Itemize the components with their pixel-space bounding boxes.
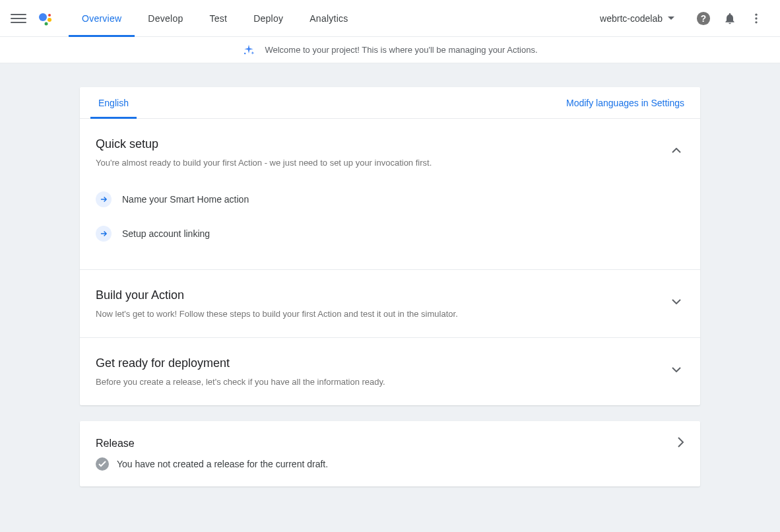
- section-title: Quick setup: [96, 137, 668, 151]
- section-title: Build your Action: [96, 288, 668, 302]
- banner-text: Welcome to your project! This is where y…: [265, 45, 537, 55]
- dropdown-icon: [668, 17, 674, 20]
- tab-overview[interactable]: Overview: [69, 0, 135, 37]
- welcome-banner: Welcome to your project! This is where y…: [0, 37, 780, 63]
- tab-develop[interactable]: Develop: [135, 0, 196, 37]
- tab-deploy[interactable]: Deploy: [240, 0, 296, 37]
- svg-point-0: [39, 13, 47, 21]
- release-card[interactable]: Release You have not created a release f…: [80, 421, 700, 486]
- tab-analytics[interactable]: Analytics: [296, 0, 361, 37]
- check-circle-icon: [96, 457, 109, 471]
- nav-tabs: Overview Develop Test Deploy Analytics: [69, 0, 362, 37]
- chevron-down-icon[interactable]: [668, 294, 684, 310]
- section-subtitle: Now let's get to work! Follow these step…: [96, 309, 668, 319]
- step-label: Setup account linking: [122, 228, 210, 239]
- release-message: You have not created a release for the c…: [117, 459, 328, 469]
- svg-point-1: [48, 14, 51, 17]
- section-subtitle: You're almost ready to build your first …: [96, 158, 668, 168]
- project-name: webrtc-codelab: [600, 13, 663, 24]
- svg-text:?: ?: [701, 13, 706, 23]
- release-title: Release: [96, 438, 678, 449]
- section-deployment: Get ready for deployment Before you crea…: [80, 338, 700, 405]
- notifications-icon[interactable]: [717, 5, 743, 32]
- language-bar: English Modify languages in Settings: [80, 87, 700, 119]
- help-icon[interactable]: ?: [690, 5, 717, 32]
- step-account-linking[interactable]: Setup account linking: [96, 216, 684, 251]
- sparkle-icon: [242, 44, 255, 57]
- language-tab-english[interactable]: English: [90, 87, 137, 119]
- svg-point-3: [45, 22, 48, 25]
- chevron-down-icon[interactable]: [668, 362, 684, 378]
- assistant-logo: [37, 11, 53, 26]
- svg-point-6: [755, 13, 757, 15]
- modify-languages-link[interactable]: Modify languages in Settings: [566, 98, 684, 108]
- project-selector[interactable]: webrtc-codelab: [600, 13, 674, 24]
- step-label: Name your Smart Home action: [122, 194, 249, 205]
- top-bar: Overview Develop Test Deploy Analytics w…: [0, 0, 780, 37]
- section-subtitle: Before you create a release, let's check…: [96, 377, 668, 387]
- main-card: English Modify languages in Settings Qui…: [80, 87, 700, 405]
- chevron-right-icon: [678, 437, 684, 449]
- page-body: English Modify languages in Settings Qui…: [0, 63, 780, 532]
- hamburger-menu-icon[interactable]: [11, 11, 26, 26]
- svg-point-2: [48, 18, 51, 22]
- section-quick-setup: Quick setup You're almost ready to build…: [80, 119, 700, 270]
- section-build-action: Build your Action Now let's get to work!…: [80, 270, 700, 338]
- svg-point-8: [755, 21, 757, 23]
- section-title: Get ready for deployment: [96, 356, 668, 370]
- arrow-right-icon: [96, 191, 112, 207]
- svg-point-7: [755, 17, 757, 19]
- chevron-up-icon[interactable]: [668, 143, 684, 158]
- more-icon[interactable]: [743, 5, 769, 32]
- arrow-right-icon: [96, 226, 112, 242]
- svg-point-9: [244, 52, 246, 54]
- tab-test[interactable]: Test: [196, 0, 240, 37]
- step-name-action[interactable]: Name your Smart Home action: [96, 182, 684, 216]
